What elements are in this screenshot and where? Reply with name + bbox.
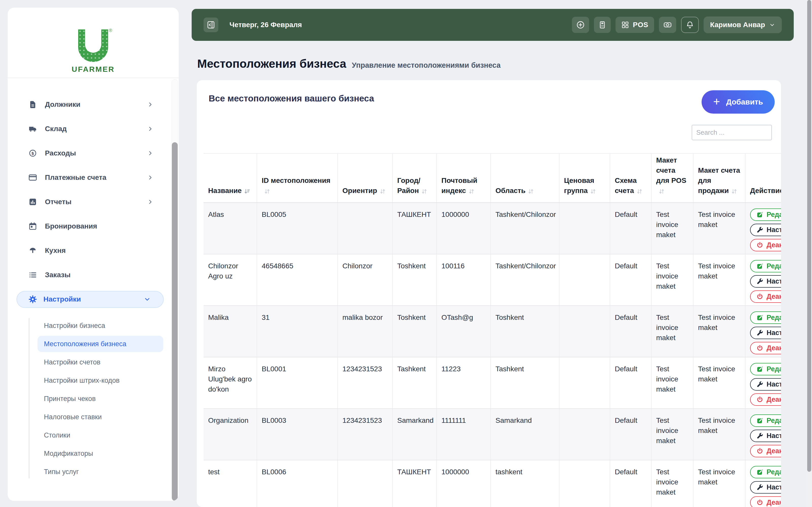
edit-button[interactable]: Редактировать	[750, 209, 781, 221]
edit-button[interactable]: Редактировать	[750, 466, 781, 478]
page-scrollbar[interactable]	[806, 0, 812, 507]
wrench-icon	[756, 484, 764, 491]
cell-region: Tashkent/Chilonzor	[491, 254, 559, 305]
sidebar-item-reports[interactable]: Отчеты	[8, 190, 179, 214]
sidebar-submenu-item[interactable]: Настройки бизнеса	[8, 317, 179, 335]
page-subtitle: Управление местоположениями бизнеса	[352, 61, 501, 69]
deactivate-label: Деактивировать	[767, 396, 781, 403]
sidebar-item-debtors[interactable]: Должники	[8, 92, 179, 117]
cell-name: Mirzo Ulug'bek agro do'kon	[204, 357, 257, 409]
calculator-button[interactable]	[594, 17, 611, 33]
deactivate-button[interactable]: Деактивировать	[750, 290, 781, 303]
sort-icon[interactable]	[468, 187, 475, 198]
sidebar-submenu-item[interactable]: Типы услуг	[8, 463, 179, 481]
page-scrollbar-thumb[interactable]	[807, 0, 811, 472]
column-header[interactable]: Макет счета для продажи	[693, 154, 745, 203]
sort-icon[interactable]	[731, 187, 738, 198]
wrench-icon	[756, 381, 764, 388]
cell-postal-code: 1111111	[437, 409, 491, 460]
notifications-button[interactable]	[681, 17, 699, 33]
sidebar-item-orders[interactable]: Заказы	[8, 263, 179, 287]
sort-icon[interactable]	[244, 187, 251, 198]
sort-icon[interactable]	[527, 187, 534, 198]
sidebar-item-expenses[interactable]: $ Расходы	[8, 141, 179, 165]
sidebar-scrollbar-thumb[interactable]	[172, 142, 178, 501]
dollar-coin-icon: $	[27, 149, 38, 158]
cell-sale-layout: Test invoice maket	[693, 357, 745, 409]
column-header[interactable]: Ориентир	[338, 154, 393, 203]
configure-button[interactable]: Настроить	[750, 430, 781, 442]
sidebar-scrollbar[interactable]	[171, 79, 178, 501]
sort-icon[interactable]	[264, 187, 270, 198]
sidebar-toggle-button[interactable]	[204, 17, 218, 32]
cell-invoice-scheme: Default	[610, 357, 651, 409]
column-header[interactable]: Действие	[745, 154, 781, 203]
deactivate-button[interactable]: Деактивировать	[750, 496, 781, 507]
cell-name: Malika	[204, 305, 257, 357]
table-row: Atlas BL0005 ТАШКЕНТ 1000000 Tashkent/Ch…	[204, 203, 781, 254]
column-header-label: Макет счета для POS	[656, 156, 687, 184]
cell-city: Toshkent	[393, 254, 437, 305]
sidebar-item-kitchen[interactable]: Кухня	[8, 238, 179, 263]
ufarmer-logo-icon: ®	[78, 30, 108, 62]
add-location-button[interactable]: + Добавить	[702, 90, 775, 114]
sidebar-item-payment-accounts[interactable]: Платежные счета	[8, 165, 179, 190]
deactivate-button[interactable]: Деактивировать	[750, 393, 781, 406]
column-header[interactable]: Макет счета для POS	[651, 154, 693, 203]
column-header[interactable]: Схема счета	[610, 154, 651, 203]
sidebar-submenu-item[interactable]: Настройки штрих-кодов	[8, 371, 179, 390]
sidebar-submenu-label: Настройки штрих-кодов	[44, 377, 119, 385]
sidebar-item-settings[interactable]: Настройки	[16, 291, 164, 308]
edit-button[interactable]: Редактировать	[750, 260, 781, 272]
sidebar-submenu-item[interactable]: Налоговые ставки	[8, 408, 179, 426]
cell-actions: Редактировать Настроить Деактивировать	[745, 409, 781, 460]
cash-register-button[interactable]	[659, 17, 676, 33]
sidebar-item-label: Кухня	[45, 246, 66, 255]
sidebar-submenu-item[interactable]: Принтеры чеков	[8, 390, 179, 408]
column-header[interactable]: ID местоположения	[257, 154, 338, 203]
cell-sale-layout: Test invoice maket	[693, 460, 745, 507]
sidebar-item-label: Расходы	[45, 149, 76, 157]
sidebar-submenu-item[interactable]: Столики	[8, 426, 179, 444]
configure-button[interactable]: Настроить	[750, 275, 781, 288]
sidebar-submenu-item[interactable]: Настройки счетов	[8, 353, 179, 371]
sidebar-item-warehouse[interactable]: Склад	[8, 117, 179, 141]
sort-icon[interactable]	[636, 187, 643, 198]
cell-actions: Редактировать Настроить Деактивировать	[745, 357, 781, 409]
deactivate-button[interactable]: Деактивировать	[750, 342, 781, 354]
chevron-right-icon	[147, 102, 153, 108]
sort-icon[interactable]	[658, 187, 665, 198]
deactivate-button[interactable]: Деактивировать	[750, 239, 781, 251]
column-header[interactable]: Название	[204, 154, 257, 203]
configure-button[interactable]: Настроить	[750, 378, 781, 391]
pos-button[interactable]: POS	[615, 17, 654, 33]
edit-button[interactable]: Редактировать	[750, 312, 781, 324]
column-header[interactable]: Почтовый индекс	[437, 154, 491, 203]
search-input[interactable]	[692, 125, 772, 140]
edit-button[interactable]: Редактировать	[750, 414, 781, 427]
column-header[interactable]: Область	[491, 154, 559, 203]
sidebar-submenu-item[interactable]: Модификаторы	[8, 444, 179, 463]
configure-button[interactable]: Настроить	[750, 224, 781, 236]
sort-icon[interactable]	[590, 187, 597, 198]
cash-register-icon	[663, 20, 672, 30]
configure-button[interactable]: Настроить	[750, 327, 781, 339]
column-header[interactable]: Ценовая группа	[559, 154, 610, 203]
edit-button[interactable]: Редактировать	[750, 363, 781, 375]
add-quick-button[interactable]	[572, 17, 589, 33]
column-header[interactable]: Город/Район	[393, 154, 437, 203]
cell-actions: Редактировать Настроить Деактивировать	[745, 203, 781, 254]
sort-icon[interactable]	[379, 187, 386, 198]
user-menu-button[interactable]: Каримов Анвар	[704, 16, 782, 33]
sidebar-submenu-label: Налоговые ставки	[44, 413, 102, 421]
cell-city: Toshkent	[393, 305, 437, 357]
sidebar-submenu-item[interactable]: Местоположения бизнеса	[8, 335, 179, 353]
deactivate-label: Деактивировать	[767, 344, 781, 352]
configure-button[interactable]: Настроить	[750, 481, 781, 494]
sidebar-item-label: Платежные счета	[45, 173, 106, 182]
sidebar-item-bookings[interactable]: Бронирования	[8, 214, 179, 238]
cell-invoice-scheme: Default	[610, 409, 651, 460]
sort-icon[interactable]	[421, 187, 428, 198]
deactivate-button[interactable]: Деактивировать	[750, 445, 781, 457]
edit-icon	[756, 314, 764, 321]
